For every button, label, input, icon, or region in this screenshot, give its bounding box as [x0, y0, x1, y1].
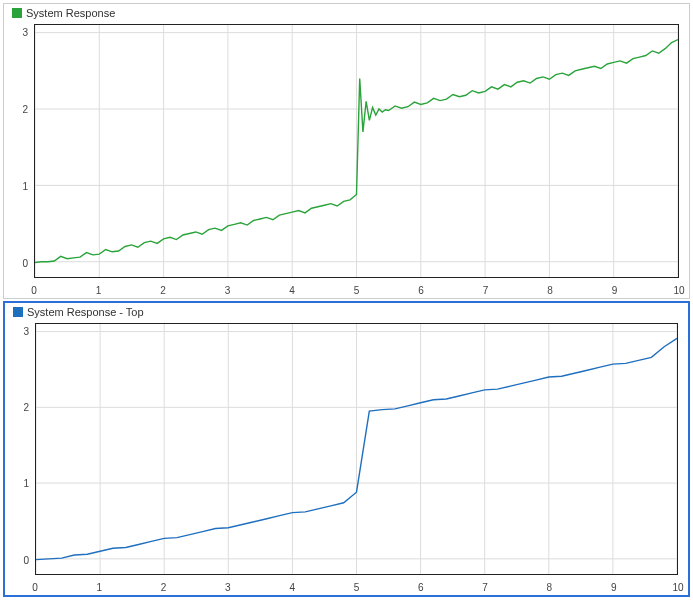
chart-panel-system-response-top[interactable]: System Response - Top 012345678910 0123	[3, 301, 690, 597]
x-tick-label: 1	[96, 285, 102, 296]
x-tick-label: 4	[289, 582, 295, 593]
x-tick-label: 9	[612, 285, 618, 296]
y-tick-label: 1	[23, 478, 29, 489]
y-tick-label: 2	[23, 402, 29, 413]
x-tick-label: 7	[482, 582, 488, 593]
x-tick-label: 10	[672, 582, 683, 593]
x-tick-label: 0	[31, 285, 37, 296]
scope-window: { "chart_data": [ { "id": "top", "type":…	[0, 0, 693, 600]
x-tick-label: 6	[418, 582, 424, 593]
x-tick-label: 2	[160, 285, 166, 296]
x-tick-label: 8	[547, 582, 553, 593]
x-tick-label: 6	[418, 285, 424, 296]
x-tick-label: 9	[611, 582, 617, 593]
legend-swatch-icon	[13, 307, 23, 317]
legend-swatch-icon	[12, 8, 22, 18]
x-tick-label: 8	[547, 285, 553, 296]
y-axis-labels: 0123	[5, 323, 33, 575]
y-axis-labels: 0123	[4, 24, 32, 278]
legend-bottom: System Response - Top	[13, 306, 144, 318]
x-tick-label: 2	[161, 582, 167, 593]
chart-panel-system-response[interactable]: System Response 012345678910 0123	[3, 3, 690, 299]
y-tick-label: 3	[22, 26, 28, 37]
legend-label: System Response - Top	[27, 306, 144, 318]
x-tick-label: 3	[225, 285, 231, 296]
x-axis-labels: 012345678910	[34, 282, 679, 296]
y-tick-label: 1	[22, 180, 28, 191]
legend-top: System Response	[12, 7, 115, 19]
x-axis-labels: 012345678910	[35, 579, 678, 593]
y-tick-label: 0	[22, 257, 28, 268]
plot-area-top[interactable]	[34, 24, 679, 278]
x-tick-label: 3	[225, 582, 231, 593]
legend-label: System Response	[26, 7, 115, 19]
plot-area-bottom[interactable]	[35, 323, 678, 575]
x-tick-label: 1	[97, 582, 103, 593]
y-tick-label: 3	[23, 325, 29, 336]
x-tick-label: 5	[354, 285, 360, 296]
y-tick-label: 2	[22, 103, 28, 114]
y-tick-label: 0	[23, 554, 29, 565]
x-tick-label: 4	[289, 285, 295, 296]
x-tick-label: 7	[483, 285, 489, 296]
x-tick-label: 0	[32, 582, 38, 593]
x-tick-label: 5	[354, 582, 360, 593]
x-tick-label: 10	[673, 285, 684, 296]
